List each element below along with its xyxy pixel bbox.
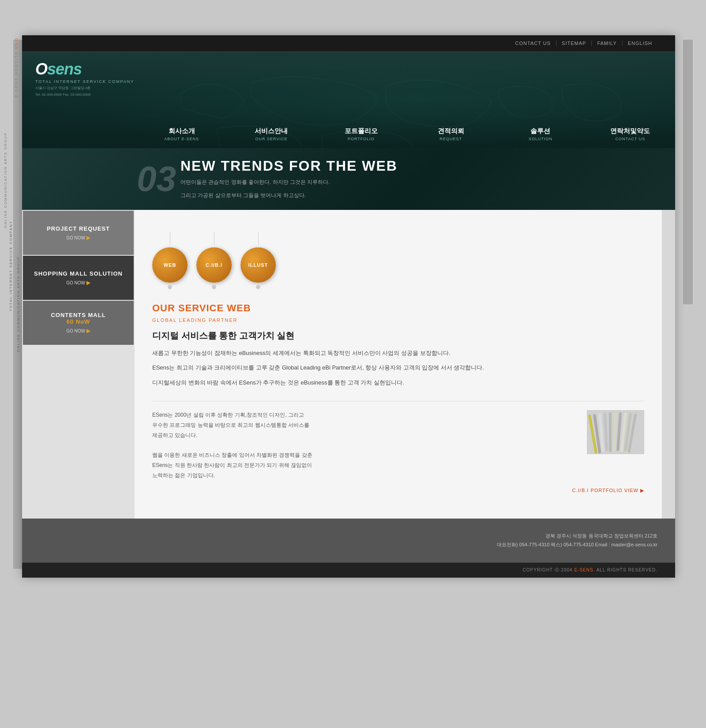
circle-dot-illust <box>256 285 260 289</box>
vert-label-online: ONLINE COMMUNICATION ARTS GROUP <box>4 132 8 228</box>
hero-number: 03 <box>137 161 176 197</box>
main-container: E-SENS WEBSITE V5.0 CONTACT US SITEMAP F… <box>22 35 675 578</box>
logo: Osens <box>35 60 134 78</box>
lower-para-4: 웹을 이용한 새로운 비즈니스 창출에 있어서 차별화된 경쟁력을 갖춘 <box>152 450 574 460</box>
circle-btn-illust[interactable]: ILLUST <box>240 247 276 283</box>
service-circles: WEB C.I/B.I ILLUST <box>152 223 644 289</box>
sidebar-item-title-2: SHOPPING MALL SOLUTION <box>34 270 123 277</box>
sidebar-item-go-1: GO NOW ▶ <box>66 235 90 241</box>
logo-desc-2: Tel. 02-000-0000 Fax. 02-000-0000 <box>35 92 134 97</box>
sidebar-item-title-1: PROJECT REQUEST <box>47 225 110 232</box>
hero-subtitle-2: 그리고 가공된 삶으로부터 그들을 벗어나게 하고싶다. <box>180 191 675 201</box>
outer-wrapper: ONLINE COMMUNICATION ARTS GROUP ONLINE C… <box>0 0 706 728</box>
circle-btn-web[interactable]: WEB <box>152 247 188 283</box>
circle-item-web: WEB <box>152 232 188 289</box>
lower-para-2: 우수한 프로그래밍 능력을 바탕으로 최고의 웹시스템통합 서비스를 <box>152 420 574 430</box>
service-text-1: 새롭고 무한한 기능성이 잠재하는 eBusiness의 세계에서는 특화되고 … <box>152 348 644 358</box>
vert-label-total: TOTAL INTERNET SERVICE COMPANY <box>9 220 13 311</box>
service-subtitle: GLOBAL LEADING PARTNER <box>152 317 644 323</box>
circle-item-cibi: C.I/B.I <box>196 232 232 289</box>
portfolio-link[interactable]: C.I/B.I PORTFOLIO VIEW ▶ <box>572 488 644 493</box>
hero-text-area: NEW TRENDS FOR THE WEB 어떤이들은 관습적인 영화를 좋아… <box>180 158 675 200</box>
logo-area: Osens TOTAL INTERNET SERVICE COMPANY 서울시… <box>35 60 134 97</box>
svg-rect-5 <box>609 412 612 452</box>
esens-website-label: E-SENS WEBSITE V5.0 <box>14 37 19 97</box>
lower-para-1: ESens는 2000년 설립 이후 성확한 기획,창조적인 디자인, 그리고 <box>152 410 574 420</box>
outer-left-strip: ONLINE COMMUNICATION ARTS GROUP <box>13 40 23 569</box>
side-label-left: ONLINE COMMUNICATION ARTS GROUP <box>16 256 20 352</box>
family-link[interactable]: FAMILY <box>592 41 622 46</box>
circle-line-web <box>170 232 170 245</box>
sidebar-item-contents-mall[interactable]: CONTENTS MALL60 NoW GO NOW ▶ <box>23 301 134 345</box>
lower-content: ESens는 2000년 설립 이후 성확한 기획,창조적인 디자인, 그리고 … <box>152 401 644 481</box>
logo-desc-1: 서울시 강남구 역삼동 그린빌딩 2층 <box>35 86 134 90</box>
footer-addr: 경북 경주시 석정동 동국대학교 창업보육센터 212호 <box>497 532 657 541</box>
hero-banner: 03 NEW TRENDS FOR THE WEB 어떤이들은 관습적인 영화를… <box>22 148 675 210</box>
sidebar-item-shopping-mall[interactable]: SHOPPING MALL SOLUTION GO NOW ▶ <box>23 256 134 300</box>
hero-title: NEW TRENDS FOR THE WEB <box>180 158 675 174</box>
top-bar: CONTACT US SITEMAP FAMILY ENGLISH <box>22 35 675 51</box>
outer-right-strip <box>683 40 693 304</box>
footer-info: 경북 경주시 석정동 동국대학교 창업보육센터 212호 대표전화) 054-7… <box>497 532 657 549</box>
right-strip <box>662 210 675 519</box>
sitemap-link[interactable]: SITEMAP <box>556 41 592 46</box>
copyright-text: COPYRIGHT ⓒ 2004 E-SENS. ALL RIGHTS RESE… <box>523 567 657 572</box>
sidebar-item-go-2: GO NOW ▶ <box>66 280 90 286</box>
lower-para-3: 제공하고 있습니다. <box>152 430 574 441</box>
header: Osens TOTAL INTERNET SERVICE COMPANY 서울시… <box>22 51 675 148</box>
circle-line-cibi <box>214 232 214 245</box>
sidebar-item-go-3: GO NOW ▶ <box>66 328 90 334</box>
lower-image <box>587 410 644 454</box>
portfolio-link-area: C.I/B.I PORTFOLIO VIEW ▶ <box>152 488 644 493</box>
main-nav: 회사소개 ABOUT E-SENS 서비스안내 OUR SERVICE 포트폴리… <box>137 127 675 148</box>
service-text-3: 디지털세상의 변화의 바람 속에서 ESens가 추구하는 것은 eBusine… <box>152 377 644 388</box>
hero-subtitle-1: 어떤이들은 관습적인 영화를 좋아한다. 하지만 그것은 지루하다. <box>180 178 675 187</box>
service-heading: 디지털 서비스를 통한 고객가치 실현 <box>152 330 644 342</box>
nav-item-contact[interactable]: 연락처및약도 CONTACT US <box>586 127 675 148</box>
logo-subtitle: TOTAL INTERNET SERVICE COMPANY <box>35 79 134 84</box>
sidebar-item-title-3: CONTENTS MALL60 NoW <box>51 312 105 325</box>
service-text-2: ESens는 최고의 기술과 크리에이티브를 고루 갖춘 Global Lead… <box>152 362 644 373</box>
service-title: OUR SERVICE WEB <box>152 302 644 314</box>
circle-dot-cibi <box>212 285 216 289</box>
lower-text: ESens는 2000년 설립 이후 성확한 기획,창조적인 디자인, 그리고 … <box>152 410 574 481</box>
copyright-bar: COPYRIGHT ⓒ 2004 E-SENS. ALL RIGHTS RESE… <box>22 563 675 578</box>
pencils-svg <box>587 410 644 454</box>
footer-tel: 대표전화) 054-775-4310 팩스) 054-775-4310 Emai… <box>497 541 657 549</box>
sidebar-item-project-request[interactable]: PROJECT REQUEST GO NOW ▶ <box>23 211 134 255</box>
left-sidebar: PROJECT REQUEST GO NOW ▶ SHOPPING MALL S… <box>22 210 135 519</box>
circle-item-illust: ILLUST <box>240 232 276 289</box>
lower-para-6: 노력하는 젊은 기업입니다. <box>152 470 574 481</box>
contact-link[interactable]: CONTACT US <box>510 41 557 46</box>
english-link[interactable]: ENGLISH <box>623 41 657 46</box>
nav-item-service[interactable]: 서비스안내 OUR SERVICE <box>226 127 316 148</box>
lower-para-5: ESens는 직원 한사람 한사람이 최고의 전문가가 되기 위해 끊임없이 <box>152 460 574 470</box>
nav-item-about[interactable]: 회사소개 ABOUT E-SENS <box>137 127 226 148</box>
circle-line-illust <box>258 232 259 245</box>
nav-item-portfolio[interactable]: 포트폴리오 PORTFOLIO <box>316 127 406 148</box>
main-content: WEB C.I/B.I ILLUST OUR SERVIC <box>135 210 662 519</box>
circle-dot-web <box>168 285 172 289</box>
circle-btn-cibi[interactable]: C.I/B.I <box>196 247 232 283</box>
footer: 경북 경주시 석정동 동국대학교 창업보육센터 212호 대표전화) 054-7… <box>22 519 675 563</box>
nav-item-solution[interactable]: 솔루션 SOLUTION <box>496 127 585 148</box>
content-area: PROJECT REQUEST GO NOW ▶ SHOPPING MALL S… <box>22 210 675 519</box>
nav-item-request[interactable]: 견적의뢰 REQUEST <box>406 127 496 148</box>
